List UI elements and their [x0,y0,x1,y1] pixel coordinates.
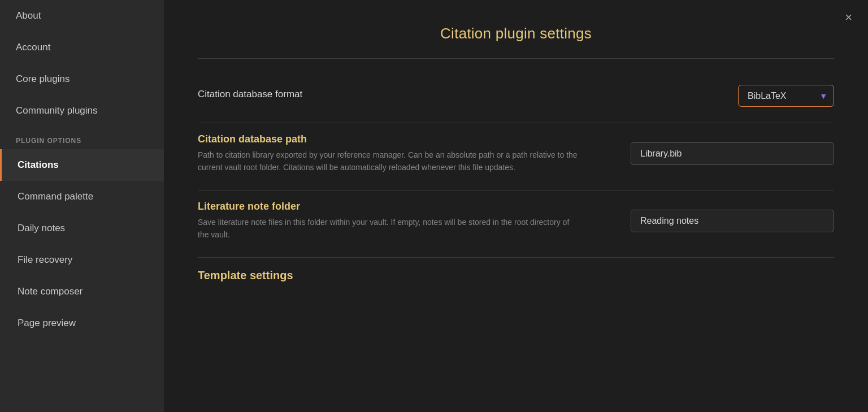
database-format-select[interactable]: BibLaTeX BibTeX CSL-JSON CSL-YAML [738,85,834,107]
sidebar-item-citations[interactable]: Citations [0,149,164,181]
database-format-row: Citation database format BibLaTeX BibTeX… [198,75,834,123]
database-path-control [631,142,834,165]
literature-folder-label: Literature note folder [198,201,608,212]
sidebar-item-daily-notes[interactable]: Daily notes [0,212,164,244]
sidebar-item-note-composer[interactable]: Note composer [0,276,164,307]
database-format-control: BibLaTeX BibTeX CSL-JSON CSL-YAML ▼ [738,85,834,107]
main-content: × Citation plugin settings Citation data… [164,0,868,412]
sidebar-item-file-recovery[interactable]: File recovery [0,244,164,276]
sidebar-item-account[interactable]: Account [0,32,164,63]
literature-folder-desc: Save literature note files in this folde… [198,216,582,241]
database-format-label: Citation database format [198,89,715,100]
close-button[interactable]: × [845,11,852,24]
plugin-options-label: PLUGIN OPTIONS [0,127,164,149]
database-path-row: Citation database path Path to citation … [198,123,834,190]
sidebar-item-about[interactable]: About [0,0,164,32]
literature-folder-input[interactable] [631,210,834,232]
database-path-info: Citation database path Path to citation … [198,133,608,174]
sidebar: About Account Core plugins Community plu… [0,0,164,412]
sidebar-item-core-plugins[interactable]: Core plugins [0,63,164,95]
database-format-select-wrapper: BibLaTeX BibTeX CSL-JSON CSL-YAML ▼ [738,85,834,107]
literature-folder-control [631,210,834,232]
database-format-info: Citation database format [198,89,715,103]
database-path-input[interactable] [631,142,834,165]
page-title: Citation plugin settings [198,0,834,58]
sidebar-item-community-plugins[interactable]: Community plugins [0,95,164,127]
literature-folder-row: Literature note folder Save literature n… [198,190,834,258]
database-path-desc: Path to citation library exported by you… [198,149,582,174]
literature-folder-info: Literature note folder Save literature n… [198,201,608,241]
template-settings-heading: Template settings [198,258,834,288]
top-divider [198,58,834,59]
database-path-label: Citation database path [198,133,608,145]
sidebar-item-command-palette[interactable]: Command palette [0,181,164,212]
sidebar-item-page-preview[interactable]: Page preview [0,307,164,339]
